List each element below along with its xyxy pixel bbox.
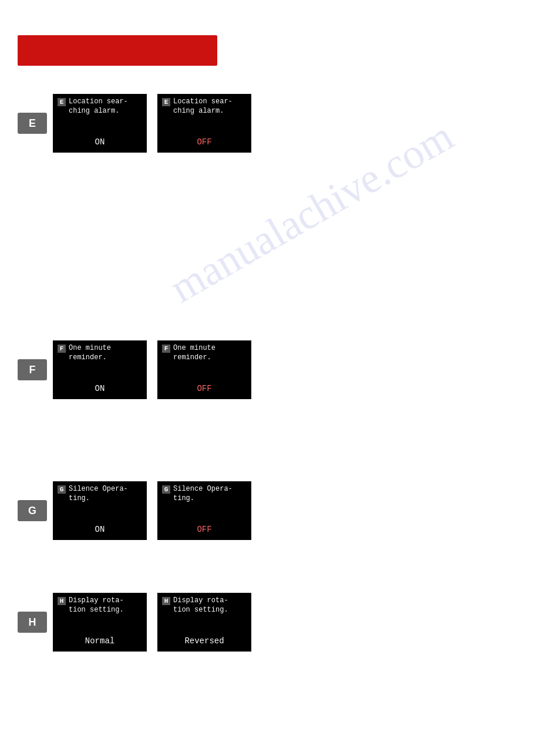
screen-g-off-header: G Silence Opera- ting. (162, 485, 247, 503)
screen-f-off-value: OFF (162, 384, 247, 396)
screen-e-off-value: OFF (162, 137, 247, 149)
screen-g-off-letter: G (162, 485, 170, 494)
screen-g-off-value: OFF (162, 525, 247, 536)
section-f: F F One minute reminder. ON F (18, 340, 251, 399)
section-f-label: F (18, 359, 47, 380)
section-e: E E Location sear- ching alarm. ON E (18, 94, 251, 153)
screen-f-off-title: One minute reminder. (173, 344, 215, 362)
screen-h-normal-letter: H (58, 597, 66, 605)
red-bar (18, 35, 217, 66)
screen-f-off-header: F One minute reminder. (162, 344, 247, 362)
section-g-screens: G Silence Opera- ting. ON G Silence Oper… (53, 481, 251, 540)
screen-e-off-title: Location sear- ching alarm. (173, 97, 233, 116)
screen-h-reversed[interactable]: H Display rota- tion setting. Reversed (157, 593, 251, 652)
screen-f-on-letter: F (58, 345, 66, 353)
screen-e-on-title: Location sear- ching alarm. (69, 97, 128, 116)
screen-h-normal[interactable]: H Display rota- tion setting. Normal (53, 593, 147, 652)
screen-e-on-letter: E (58, 98, 66, 106)
screen-g-on-header: G Silence Opera- ting. (58, 485, 142, 503)
screen-h-normal-value: Normal (58, 636, 142, 648)
screen-e-on[interactable]: E Location sear- ching alarm. ON (53, 94, 147, 153)
section-h: H H Display rota- tion setting. Normal H (18, 593, 251, 652)
screen-e-off-header: E Location sear- ching alarm. (162, 97, 247, 116)
screen-f-on-header: F One minute reminder. (58, 344, 142, 362)
screen-f-on-title: One minute reminder. (69, 344, 111, 362)
screen-f-on-value: ON (58, 384, 142, 396)
screen-h-reversed-letter: H (162, 597, 170, 605)
screen-f-off[interactable]: F One minute reminder. OFF (157, 340, 251, 399)
screen-g-on[interactable]: G Silence Opera- ting. ON (53, 481, 147, 540)
section-h-label: H (18, 612, 47, 633)
screen-f-on[interactable]: F One minute reminder. ON (53, 340, 147, 399)
section-h-screens: H Display rota- tion setting. Normal H D… (53, 593, 251, 652)
screen-e-on-header: E Location sear- ching alarm. (58, 97, 142, 116)
screen-h-normal-header: H Display rota- tion setting. (58, 596, 142, 615)
screen-h-reversed-header: H Display rota- tion setting. (162, 596, 247, 615)
screen-h-reversed-value: Reversed (162, 636, 247, 648)
screen-g-on-letter: G (58, 485, 66, 494)
section-f-screens: F One minute reminder. ON F One minute r… (53, 340, 251, 399)
screen-e-on-value: ON (58, 137, 142, 149)
section-e-screens: E Location sear- ching alarm. ON E Locat… (53, 94, 251, 153)
section-e-label: E (18, 113, 47, 134)
screen-e-off[interactable]: E Location sear- ching alarm. OFF (157, 94, 251, 153)
screen-e-off-letter: E (162, 98, 170, 106)
section-g: G G Silence Opera- ting. ON G (18, 481, 251, 540)
screen-g-off[interactable]: G Silence Opera- ting. OFF (157, 481, 251, 540)
screen-h-normal-title: Display rota- tion setting. (69, 596, 124, 615)
screen-h-reversed-title: Display rota- tion setting. (173, 596, 228, 615)
screen-g-on-value: ON (58, 525, 142, 536)
screen-f-off-letter: F (162, 345, 170, 353)
screen-g-on-title: Silence Opera- ting. (69, 485, 128, 503)
screen-g-off-title: Silence Opera- ting. (173, 485, 233, 503)
section-g-label: G (18, 500, 47, 521)
